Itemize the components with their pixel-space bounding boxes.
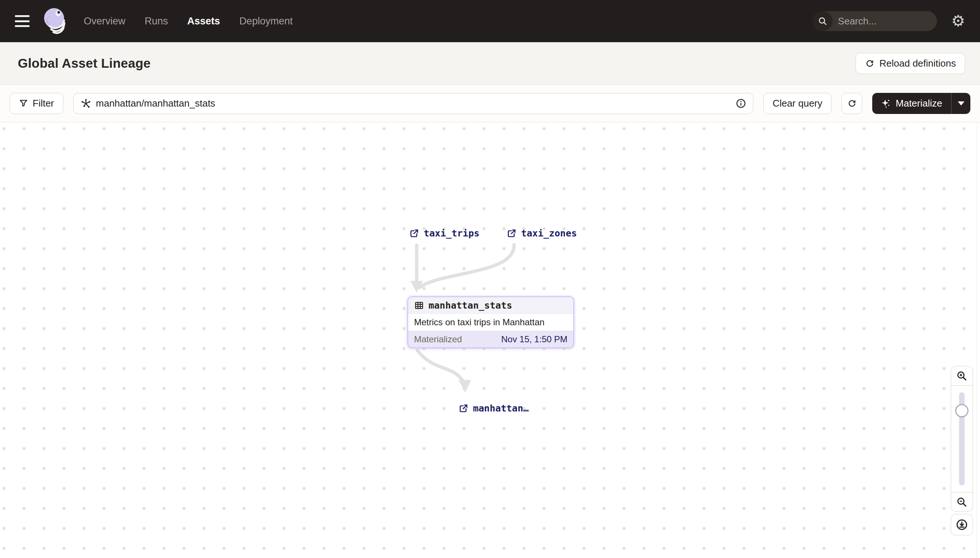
zoom-slider[interactable] — [951, 386, 973, 492]
dagster-logo[interactable] — [42, 7, 68, 35]
nav-link-deployment[interactable]: Deployment — [239, 16, 293, 27]
filter-button[interactable]: Filter — [10, 93, 63, 114]
asset-node-header: manhattan_stats — [408, 297, 573, 314]
asset-node-footer: Materialized Nov 15, 1:50 PM — [408, 331, 573, 348]
materialize-button-group: Materialize — [872, 93, 970, 114]
zoom-out-icon — [956, 497, 967, 508]
external-link-icon — [458, 403, 468, 413]
filter-label: Filter — [33, 98, 54, 109]
sparkle-icon — [881, 99, 891, 108]
materialized-timestamp[interactable]: Nov 15, 1:50 PM — [501, 334, 567, 345]
table-icon — [414, 300, 424, 310]
zoom-out-button[interactable] — [951, 492, 973, 511]
filter-funnel-icon — [19, 99, 28, 108]
materialize-dropdown-button[interactable] — [951, 93, 970, 114]
download-image-button[interactable] — [951, 514, 973, 535]
status-label: Materialized — [414, 334, 462, 345]
page-header: Global Asset Lineage Reload definitions — [0, 42, 980, 85]
primary-nav: Overview Runs Assets Deployment — [84, 16, 293, 27]
refresh-icon — [847, 98, 857, 108]
global-search[interactable]: / — [813, 11, 937, 31]
asset-selection-box — [73, 93, 753, 114]
nav-link-assets[interactable]: Assets — [188, 16, 221, 27]
asset-link-manhattan-map[interactable]: manhattan… — [458, 403, 529, 414]
asset-node-title: manhattan_stats — [428, 300, 512, 311]
reload-definitions-label: Reload definitions — [879, 58, 956, 69]
lineage-toolbar: Filter Clear query — [0, 85, 980, 123]
asset-selection-input[interactable] — [92, 98, 736, 109]
reload-icon — [865, 59, 875, 69]
nav-link-runs[interactable]: Runs — [145, 16, 168, 27]
chevron-down-icon — [958, 102, 964, 105]
asset-node-description: Metrics on taxi trips in Manhattan — [408, 314, 573, 331]
asset-link-taxi-trips[interactable]: taxi_trips — [409, 228, 479, 239]
search-input[interactable] — [833, 16, 937, 27]
asset-node-manhattan-stats[interactable]: manhattan_stats Metrics on taxi trips in… — [407, 296, 574, 348]
gear-icon[interactable]: ⚙ — [951, 13, 965, 29]
external-link-icon — [409, 228, 419, 238]
top-navbar: Overview Runs Assets Deployment / ⚙ — [0, 0, 980, 42]
asset-link-taxi-zones[interactable]: taxi_zones — [507, 228, 577, 239]
hamburger-menu-icon[interactable] — [15, 15, 30, 27]
refresh-button[interactable] — [842, 93, 862, 114]
zoom-control-panel — [951, 366, 973, 512]
materialize-label: Materialize — [896, 98, 942, 109]
materialize-button[interactable]: Materialize — [872, 93, 951, 114]
graph-selector-icon — [81, 98, 92, 109]
info-icon[interactable] — [736, 98, 746, 109]
navbar-right: / ⚙ — [813, 11, 965, 31]
zoom-in-button[interactable] — [951, 366, 973, 386]
lineage-canvas[interactable]: taxi_trips taxi_zones manhattan_stats Me… — [0, 123, 980, 558]
clear-query-label: Clear query — [772, 98, 822, 109]
zoom-slider-handle[interactable] — [955, 404, 968, 417]
nav-link-overview[interactable]: Overview — [84, 16, 125, 27]
search-icon — [813, 11, 833, 31]
zoom-in-icon — [956, 370, 967, 381]
dagster-octopus-icon — [42, 7, 68, 35]
external-link-icon — [507, 228, 517, 238]
asset-label: taxi_trips — [424, 228, 479, 239]
clear-query-button[interactable]: Clear query — [763, 93, 832, 114]
asset-label: manhattan… — [473, 403, 529, 414]
app-root: Overview Runs Assets Deployment / ⚙ Glob… — [0, 0, 980, 558]
page-title: Global Asset Lineage — [18, 56, 151, 71]
download-icon — [955, 519, 968, 531]
asset-label: taxi_zones — [521, 228, 577, 239]
reload-definitions-button[interactable]: Reload definitions — [856, 53, 965, 74]
